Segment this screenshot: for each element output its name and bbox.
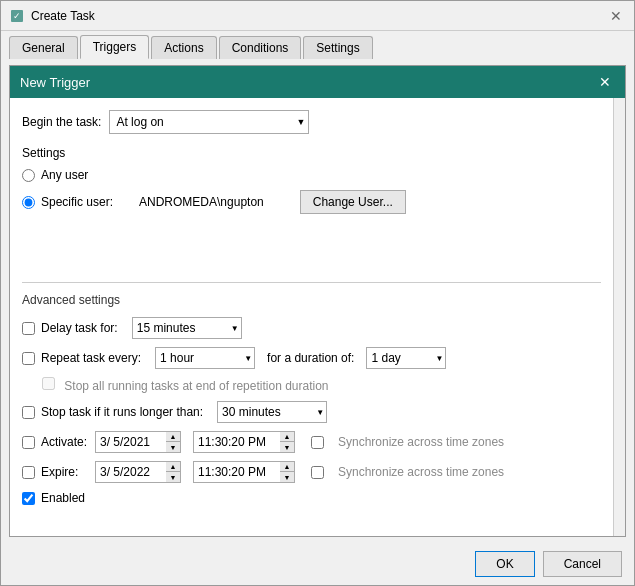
delay-task-checkbox[interactable] [22,322,35,335]
delay-task-label: Delay task for: [41,321,118,335]
expire-date-input[interactable] [95,461,167,483]
activate-sync-label: Synchronize across time zones [338,435,504,449]
stop-if-longer-select[interactable]: 30 minutes [217,401,327,423]
specific-user-label: Specific user: [41,195,113,209]
begin-task-row: Begin the task: At log on [22,110,601,134]
title-bar: ✓ Create Task ✕ [1,1,634,31]
repeat-task-row: Repeat task every: 1 hour for a duration… [22,347,601,369]
tab-bar: General Triggers Actions Conditions Sett… [1,31,634,59]
dialog-content-wrapper: Begin the task: At log on Settings Any [10,98,625,536]
specific-user-row: Specific user: ANDROMEDA\ngupton Change … [22,190,601,214]
begin-task-select-wrapper: At log on [109,110,309,134]
stop-all-checkbox [42,377,55,390]
activate-time-spinner: ▲ ▼ [280,431,295,453]
window-close-button[interactable]: ✕ [606,6,626,26]
for-duration-select[interactable]: 1 day [366,347,446,369]
tab-settings[interactable]: Settings [303,36,372,59]
activate-time-down[interactable]: ▼ [280,442,294,452]
stop-all-row: Stop all running tasks at end of repetit… [22,377,601,393]
tab-conditions[interactable]: Conditions [219,36,302,59]
tab-triggers[interactable]: Triggers [80,35,150,59]
window-title: Create Task [31,9,95,23]
expire-time-group: ▲ ▼ [193,461,295,483]
begin-task-select[interactable]: At log on [109,110,309,134]
activate-sync-checkbox[interactable] [311,436,324,449]
advanced-section-title: Advanced settings [22,293,601,307]
activate-date-spinner: ▲ ▼ [166,431,181,453]
settings-section: Settings Any user Specific user: ANDROME… [22,146,601,214]
stop-all-label: Stop all running tasks at end of repetit… [64,379,328,393]
activate-time-group: ▲ ▼ [193,431,295,453]
activate-date-group: ▲ ▼ [95,431,181,453]
main-window: ✓ Create Task ✕ General Triggers Actions… [0,0,635,586]
stop-if-longer-checkbox[interactable] [22,406,35,419]
app-icon: ✓ [9,8,25,24]
activate-date-down[interactable]: ▼ [166,442,180,452]
expire-date-up[interactable]: ▲ [166,462,180,472]
delay-task-select-wrapper: 15 minutes [132,317,242,339]
expire-date-group: ▲ ▼ [95,461,181,483]
activate-label: Activate: [41,435,89,449]
repeat-task-select-wrapper: 1 hour [155,347,255,369]
activate-checkbox[interactable] [22,436,35,449]
enabled-label: Enabled [41,491,85,505]
activate-row: Activate: ▲ ▼ ▲ ▼ [22,431,601,453]
settings-section-title: Settings [22,146,601,160]
footer: OK Cancel [1,543,634,585]
specific-user-radio[interactable] [22,196,35,209]
expire-time-down[interactable]: ▼ [280,472,294,482]
expire-label: Expire: [41,465,89,479]
repeat-task-checkbox[interactable] [22,352,35,365]
tab-general[interactable]: General [9,36,78,59]
stop-if-longer-label: Stop task if it runs longer than: [41,405,203,419]
repeat-task-select[interactable]: 1 hour [155,347,255,369]
repeat-task-label: Repeat task every: [41,351,141,365]
enabled-checkbox[interactable] [22,492,35,505]
new-trigger-panel: New Trigger ✕ Begin the task: At log on [9,65,626,537]
dialog-title: New Trigger [20,75,90,90]
dialog-header: New Trigger ✕ [10,66,625,98]
dialog-body: Begin the task: At log on Settings Any [10,98,613,536]
expire-date-spinner: ▲ ▼ [166,461,181,483]
activate-date-up[interactable]: ▲ [166,432,180,442]
tab-actions[interactable]: Actions [151,36,216,59]
scrollbar[interactable] [613,98,625,536]
expire-sync-checkbox[interactable] [311,466,324,479]
cancel-button[interactable]: Cancel [543,551,622,577]
any-user-label: Any user [41,168,88,182]
change-user-button[interactable]: Change User... [300,190,406,214]
content-area: New Trigger ✕ Begin the task: At log on [1,59,634,585]
specific-user-value: ANDROMEDA\ngupton [139,195,264,209]
delay-task-row: Delay task for: 15 minutes [22,317,601,339]
enabled-row: Enabled [22,491,601,505]
title-bar-left: ✓ Create Task [9,8,95,24]
svg-text:✓: ✓ [13,11,21,21]
begin-task-label: Begin the task: [22,115,101,129]
activate-time-input[interactable] [193,431,281,453]
expire-row: Expire: ▲ ▼ ▲ ▼ [22,461,601,483]
dialog-close-button[interactable]: ✕ [595,72,615,92]
stop-if-longer-select-wrapper: 30 minutes [217,401,327,423]
expire-date-down[interactable]: ▼ [166,472,180,482]
expire-time-up[interactable]: ▲ [280,462,294,472]
any-user-radio[interactable] [22,169,35,182]
stop-if-longer-row: Stop task if it runs longer than: 30 min… [22,401,601,423]
delay-task-select[interactable]: 15 minutes [132,317,242,339]
expire-checkbox[interactable] [22,466,35,479]
for-duration-select-wrapper: 1 day [366,347,446,369]
expire-time-input[interactable] [193,461,281,483]
divider [22,282,601,283]
ok-button[interactable]: OK [475,551,534,577]
expire-sync-label: Synchronize across time zones [338,465,504,479]
activate-date-input[interactable] [95,431,167,453]
spacer [22,222,601,272]
activate-time-up[interactable]: ▲ [280,432,294,442]
for-duration-label: for a duration of: [267,351,354,365]
any-user-row: Any user [22,168,601,182]
expire-time-spinner: ▲ ▼ [280,461,295,483]
